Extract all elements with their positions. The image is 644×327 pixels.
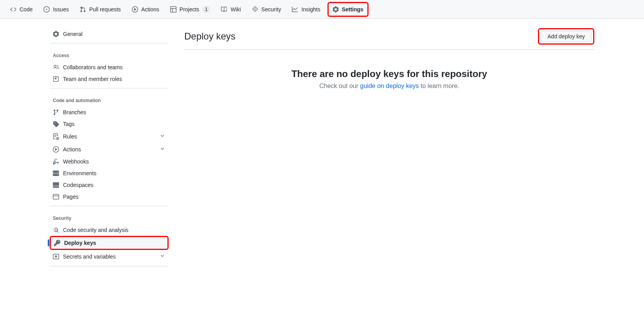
add-deploy-key-button[interactable]: Add deploy key: [541, 31, 592, 42]
webhook-icon: [53, 158, 59, 165]
sidebar-item-label: Environments: [63, 170, 97, 176]
tab-label: Issues: [53, 6, 68, 13]
issue-icon: [43, 6, 50, 13]
sidebar-item-label: Deploy keys: [64, 240, 96, 246]
sidebar-item-deploy-keys[interactable]: Deploy keys: [50, 236, 169, 250]
rules-icon: [53, 133, 59, 140]
chevron-down-icon: [159, 253, 165, 260]
play-icon: [132, 6, 138, 13]
tab-label: Security: [261, 6, 281, 13]
sidebar-item-label: Actions: [63, 146, 81, 153]
divider: [50, 43, 169, 43]
tab-pull-requests[interactable]: Pull requests: [76, 3, 125, 16]
sidebar-item-general[interactable]: General: [50, 28, 169, 40]
sidebar-item-label: Secrets and variables: [63, 253, 116, 260]
blankslate: There are no deploy keys for this reposi…: [184, 50, 594, 108]
tab-settings[interactable]: Settings: [327, 2, 369, 17]
chevron-down-icon: [159, 133, 165, 140]
tab-actions[interactable]: Actions: [128, 3, 163, 16]
divider: [50, 88, 169, 88]
divider: [50, 266, 169, 266]
page-title: Deploy keys: [184, 31, 236, 42]
tab-label: Wiki: [230, 6, 241, 13]
sidebar-item-label: Tags: [63, 121, 75, 127]
sidebar-item-pages[interactable]: Pages: [50, 191, 169, 203]
repo-nav: Code Issues Pull requests Actions Projec…: [0, 0, 644, 19]
sidebar-item-label: Codespaces: [63, 182, 94, 188]
branch-icon: [53, 109, 59, 115]
server-icon: [53, 170, 59, 176]
key-icon: [54, 240, 60, 246]
people-icon: [53, 64, 59, 70]
tab-code[interactable]: Code: [6, 3, 36, 16]
table-icon: [170, 6, 176, 13]
sidebar-heading-security: Security: [50, 212, 169, 224]
sidebar-item-label: Webhooks: [63, 158, 89, 165]
projects-count: 1: [202, 6, 210, 13]
tab-insights[interactable]: Insights: [288, 3, 324, 16]
sidebar-item-secrets[interactable]: Secrets and variables: [50, 250, 169, 263]
sidebar-item-team-roles[interactable]: Team and member roles: [50, 73, 169, 85]
sidebar-item-collaborators[interactable]: Collaborators and teams: [50, 61, 169, 73]
main-header: Deploy keys Add deploy key: [184, 28, 594, 50]
shield-icon: [252, 6, 258, 13]
browser-icon: [53, 194, 59, 200]
sidebar-heading-code: Code and automation: [50, 95, 169, 106]
sidebar-item-label: Team and member roles: [63, 76, 122, 82]
tab-label: Projects: [180, 6, 200, 13]
blankslate-text: Check out our guide on deploy keys to le…: [184, 83, 594, 90]
sidebar-item-branches[interactable]: Branches: [50, 106, 169, 118]
tab-wiki[interactable]: Wiki: [217, 3, 245, 16]
codespaces-icon: [53, 182, 59, 188]
sidebar-item-code-security[interactable]: Code security and analysis: [50, 224, 169, 236]
sidebar-item-label: General: [63, 31, 83, 37]
sidebar-item-tags[interactable]: Tags: [50, 118, 169, 130]
sidebar-item-rules[interactable]: Rules: [50, 130, 169, 143]
tag-icon: [53, 121, 59, 127]
tab-label: Code: [20, 6, 32, 13]
codescan-icon: [53, 227, 59, 233]
gear-icon: [333, 6, 339, 13]
tab-label: Insights: [301, 6, 320, 13]
gear-icon: [53, 31, 59, 37]
sidebar-item-label: Pages: [63, 194, 79, 200]
sidebar-item-environments[interactable]: Environments: [50, 167, 169, 179]
tab-label: Pull requests: [89, 6, 121, 13]
main-content: Deploy keys Add deploy key There are no …: [175, 28, 604, 273]
tab-projects[interactable]: Projects 1: [166, 3, 214, 16]
sidebar-item-actions[interactable]: Actions: [50, 143, 169, 156]
divider: [50, 206, 169, 206]
code-icon: [10, 6, 16, 13]
sidebar-item-webhooks[interactable]: Webhooks: [50, 156, 169, 167]
tab-issues[interactable]: Issues: [40, 3, 72, 16]
graph-icon: [292, 6, 298, 13]
tab-label: Settings: [342, 6, 363, 13]
sidebar-item-label: Branches: [63, 109, 86, 115]
sidebar-item-label: Collaborators and teams: [63, 64, 123, 70]
asterisk-icon: [53, 253, 59, 260]
book-icon: [221, 6, 227, 13]
tab-label: Actions: [141, 6, 159, 13]
sidebar-item-label: Code security and analysis: [63, 227, 128, 233]
settings-sidebar: General Access Collaborators and teams T…: [40, 28, 175, 273]
id-badge-icon: [53, 76, 59, 82]
sidebar-item-label: Rules: [63, 133, 77, 140]
play-icon: [53, 146, 59, 153]
sidebar-heading-access: Access: [50, 50, 169, 61]
chevron-down-icon: [159, 146, 165, 153]
guide-link[interactable]: guide on deploy keys: [360, 83, 419, 89]
pull-request-icon: [80, 6, 86, 13]
sidebar-item-codespaces[interactable]: Codespaces: [50, 179, 169, 191]
blankslate-heading: There are no deploy keys for this reposi…: [184, 68, 594, 79]
tab-security[interactable]: Security: [248, 3, 285, 16]
